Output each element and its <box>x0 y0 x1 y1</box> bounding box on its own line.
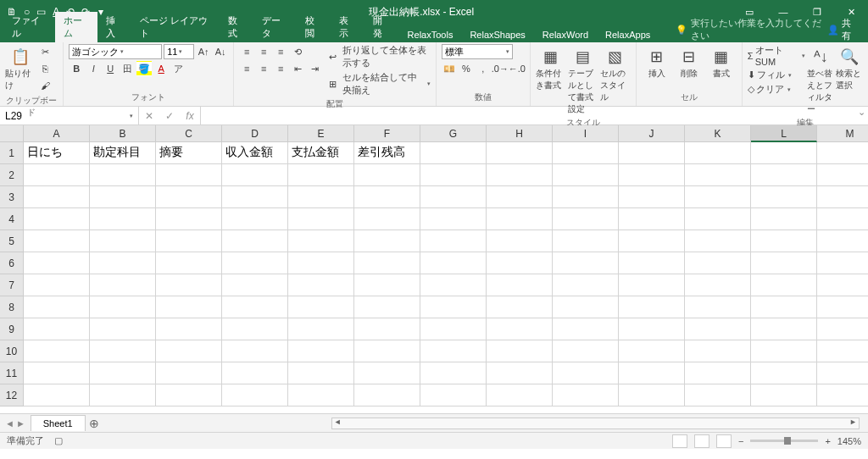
cell-D9[interactable] <box>222 318 288 340</box>
cell-D3[interactable] <box>222 186 288 208</box>
cell-C6[interactable] <box>156 252 222 274</box>
cell-D6[interactable] <box>222 252 288 274</box>
row-header-12[interactable]: 12 <box>0 384 24 406</box>
cell-L6[interactable] <box>751 252 817 274</box>
cell-M1[interactable] <box>817 142 868 164</box>
cell-H11[interactable] <box>487 362 553 384</box>
cell-H3[interactable] <box>487 186 553 208</box>
column-header-F[interactable]: F <box>354 125 420 142</box>
column-header-C[interactable]: C <box>156 125 222 142</box>
conditional-format-button[interactable]: ▦条件付き書式 <box>536 44 566 91</box>
cell-L1[interactable] <box>751 142 817 164</box>
wrap-text-button[interactable]: ↩ 折り返して全体を表示する <box>329 44 431 69</box>
cell-F3[interactable] <box>354 186 420 208</box>
cell-G5[interactable] <box>420 230 487 252</box>
cell-J7[interactable] <box>619 274 685 296</box>
cell-L4[interactable] <box>751 208 817 230</box>
cell-M4[interactable] <box>817 208 868 230</box>
cell-M10[interactable] <box>817 340 868 362</box>
row-header-11[interactable]: 11 <box>0 362 24 384</box>
cell-G4[interactable] <box>420 208 487 230</box>
cell-L2[interactable] <box>751 164 817 186</box>
sheet-nav-next-icon[interactable]: ► <box>16 418 25 429</box>
cell-J1[interactable] <box>619 142 685 164</box>
cell-H6[interactable] <box>487 252 553 274</box>
cell-F8[interactable] <box>354 296 420 318</box>
cell-J2[interactable] <box>619 164 685 186</box>
cell-I2[interactable] <box>553 164 619 186</box>
enter-formula-icon[interactable]: ✓ <box>159 110 180 122</box>
align-bottom-button[interactable]: ≡ <box>273 44 288 59</box>
cell-M5[interactable] <box>817 230 868 252</box>
column-header-J[interactable]: J <box>619 125 685 142</box>
format-painter-button[interactable]: 🖌 <box>37 78 53 93</box>
cell-M6[interactable] <box>817 252 868 274</box>
cell-A10[interactable] <box>24 340 90 362</box>
cell-B5[interactable] <box>90 230 156 252</box>
cell-J9[interactable] <box>619 318 685 340</box>
align-left-button[interactable]: ≡ <box>239 61 254 76</box>
font-color-button[interactable]: A <box>153 61 169 76</box>
cell-B1[interactable]: 勘定科目 <box>90 142 156 164</box>
add-sheet-button[interactable]: ⊕ <box>86 417 103 430</box>
cell-K1[interactable] <box>685 142 751 164</box>
cell-E1[interactable]: 支払金額 <box>288 142 354 164</box>
cell-J10[interactable] <box>619 340 685 362</box>
row-header-6[interactable]: 6 <box>0 252 24 274</box>
cell-M9[interactable] <box>817 318 868 340</box>
cell-D2[interactable] <box>222 164 288 186</box>
cell-L3[interactable] <box>751 186 817 208</box>
cell-E9[interactable] <box>288 318 354 340</box>
cell-G1[interactable] <box>420 142 487 164</box>
column-header-B[interactable]: B <box>90 125 156 142</box>
cell-B8[interactable] <box>90 296 156 318</box>
cell-B7[interactable] <box>90 274 156 296</box>
column-header-I[interactable]: I <box>553 125 619 142</box>
row-header-10[interactable]: 10 <box>0 340 24 362</box>
column-header-M[interactable]: M <box>817 125 868 142</box>
column-header-E[interactable]: E <box>288 125 354 142</box>
cell-D11[interactable] <box>222 362 288 384</box>
column-header-K[interactable]: K <box>685 125 751 142</box>
format-cells-button[interactable]: ▦書式 <box>706 44 737 80</box>
cell-K8[interactable] <box>685 296 751 318</box>
cell-styles-button[interactable]: ▧セルのスタイル <box>600 44 631 103</box>
italic-button[interactable]: I <box>86 61 101 76</box>
row-header-8[interactable]: 8 <box>0 296 24 318</box>
cell-B11[interactable] <box>90 362 156 384</box>
tab-insert[interactable]: 挿入 <box>97 12 131 42</box>
cell-E2[interactable] <box>288 164 354 186</box>
cell-G11[interactable] <box>420 362 487 384</box>
cut-button[interactable]: ✂ <box>37 44 53 59</box>
tab-file[interactable]: ファイル <box>3 12 55 42</box>
clear-button[interactable]: ◇ クリア▾ <box>748 83 805 96</box>
merge-center-button[interactable]: ⊞ セルを結合して中央揃え▾ <box>329 71 431 97</box>
sheet-nav-prev-icon[interactable]: ◄ <box>5 418 14 429</box>
cell-K4[interactable] <box>685 208 751 230</box>
cell-M8[interactable] <box>817 296 868 318</box>
cell-A5[interactable] <box>24 230 90 252</box>
decrease-decimal-button[interactable]: ←.0 <box>509 61 525 76</box>
cell-M2[interactable] <box>817 164 868 186</box>
row-header-2[interactable]: 2 <box>0 164 24 186</box>
cell-G9[interactable] <box>420 318 487 340</box>
cell-C3[interactable] <box>156 186 222 208</box>
tab-developer[interactable]: 開発 <box>364 12 398 42</box>
tab-relaxtools[interactable]: RelaxTools <box>399 27 462 42</box>
cell-F1[interactable]: 差引残高 <box>354 142 420 164</box>
cell-C12[interactable] <box>156 384 222 406</box>
column-header-L[interactable]: L <box>751 125 817 142</box>
delete-cells-button[interactable]: ⊟削除 <box>674 44 704 80</box>
cell-A11[interactable] <box>24 362 90 384</box>
column-header-H[interactable]: H <box>487 125 553 142</box>
fill-button[interactable]: ⬇ フィル▾ <box>748 69 805 81</box>
cell-K10[interactable] <box>685 340 751 362</box>
row-header-4[interactable]: 4 <box>0 208 24 230</box>
cell-K12[interactable] <box>685 384 751 406</box>
cell-J8[interactable] <box>619 296 685 318</box>
cell-G12[interactable] <box>420 384 487 406</box>
percent-format-button[interactable]: % <box>459 61 474 76</box>
cell-L8[interactable] <box>751 296 817 318</box>
page-break-view-button[interactable] <box>716 434 732 448</box>
cell-E6[interactable] <box>288 252 354 274</box>
